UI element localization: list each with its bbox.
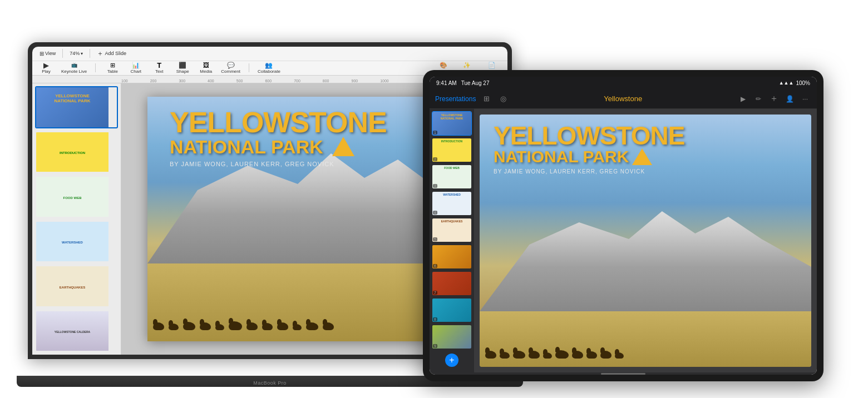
bison-9 [277, 322, 288, 330]
scene: ⊞ View 74% ▾ ＋ Add Slide [0, 0, 868, 398]
ipad-slide-preview-5: EARTHQUAKES [432, 218, 471, 242]
slides-panel: 1 YELLOWSTONENATIONAL PARK 2 INTRODUCTIO… [32, 83, 121, 355]
chart-icon: 📊 [131, 62, 140, 68]
chart-label: Chart [130, 69, 141, 74]
bison-1 [153, 322, 164, 330]
play-label: Play [42, 69, 51, 74]
slide-thumb-4[interactable]: 4 WATERSHED [35, 221, 118, 263]
ipad-slide-preview-1: YELLOWSTONENATIONAL PARK [432, 112, 471, 135]
ipad-slide-thumb-9[interactable]: 9 [432, 325, 472, 349]
ipad-bison-4 [529, 351, 540, 359]
ipad-yellowstone-text: YELLOWSTONE [494, 123, 797, 148]
ipad-slide-preview-7 [432, 272, 471, 295]
slide-thumb-1[interactable]: 1 YELLOWSTONENATIONAL PARK [35, 86, 118, 128]
plus-icon: ＋ [97, 49, 103, 58]
ipad-slide-preview-9 [432, 325, 471, 349]
ipad-add-slide-button[interactable]: + [445, 354, 458, 367]
ipad-national-park-row: NATIONAL PARK [494, 148, 797, 165]
ruler-tick-8: 800 [323, 79, 329, 83]
ipad-pen-icon[interactable]: ✏ [752, 93, 765, 105]
table-toolbar-item[interactable]: ⊞ Table [104, 62, 121, 74]
view-label: View [45, 51, 56, 56]
ipad-clock-icon[interactable]: ◎ [497, 93, 509, 105]
ipad-byline-text: BY JAMIE WONG, LAUREN KERR, GREG NOVICK [494, 168, 797, 175]
ipad-play-icon[interactable]: ▶ [737, 93, 749, 105]
thumb-caldera-label: YELLOWSTONE CALDERA [55, 329, 90, 334]
ipad-slide-thumb-2[interactable]: INTRODUCTION 2 [432, 138, 472, 162]
ipad-slide-thumb-6[interactable]: 6 [432, 245, 472, 269]
slide-preview-4: WATERSHED [36, 222, 108, 262]
comment-label: Comment [221, 69, 240, 74]
collaborate-toolbar-item[interactable]: 👥 Collaborate [258, 62, 280, 74]
thumb-watershed-label: WATERSHED [62, 240, 83, 244]
ipad-slide-thumb-5[interactable]: EARTHQUAKES 5 [432, 218, 472, 242]
shape-label: Shape [176, 69, 189, 74]
ipad-national-park-text: NATIONAL PARK [494, 148, 629, 165]
ipad-more-icon[interactable]: ··· [799, 93, 811, 105]
slide-thumb-2[interactable]: 2 INTRODUCTION [35, 131, 118, 173]
toolbar-top: ⊞ View 74% ▾ ＋ Add Slide [32, 47, 507, 61]
ipad-nav-icons: ⊞ ◎ [480, 93, 509, 105]
keynote-live-item[interactable]: 📺 Keynote Live [61, 62, 87, 74]
ruler-tick-5: 500 [236, 79, 243, 83]
comment-icon: 💬 [226, 62, 235, 68]
ipad-grid-icon[interactable]: ⊞ [480, 93, 492, 105]
ipad-thumb-label-3: FOOD WEB [432, 165, 471, 171]
slide-thumb-6[interactable]: 6 YELLOWSTONE CALDERA [35, 310, 118, 352]
view-button[interactable]: ⊞ View [37, 49, 58, 58]
battery-status: 100% [796, 80, 810, 86]
slide-thumb-3[interactable]: 3 FOOD WEB [35, 176, 118, 218]
ipad-back-button[interactable]: Presentations [435, 95, 476, 103]
view-icon: ⊞ [40, 51, 44, 57]
ipad-slide-thumb-4[interactable]: WATERSHED 4 [432, 191, 472, 216]
collaborate-label: Collaborate [258, 69, 280, 74]
ipad-slide-num-9: 9 [433, 344, 437, 348]
slide-thumb-5[interactable]: 5 EARTHQUAKES [35, 265, 118, 307]
chart-toolbar-item[interactable]: 📊 Chart [127, 62, 144, 74]
bison-10 [293, 324, 302, 330]
media-toolbar-item[interactable]: 🖼 Media [198, 62, 214, 74]
status-right: ▲▲▲ 100% [779, 80, 810, 86]
ipad-slide-thumb-3[interactable]: FOOD WEB 3 [432, 165, 472, 189]
slide-preview-3: FOOD WEB [36, 177, 108, 217]
table-label: Table [107, 69, 118, 74]
comment-toolbar-item[interactable]: 💬 Comment [221, 62, 240, 74]
play-toolbar-item[interactable]: ▶ Play [38, 62, 55, 74]
add-slide-button[interactable]: ＋ Add Slide [94, 48, 129, 59]
bison-12 [323, 322, 334, 330]
slide-national-park-title: NATIONAL PARK [170, 137, 323, 156]
toolbar-divider-2 [90, 49, 90, 58]
ipad-collab-icon[interactable]: 👤 [783, 93, 796, 105]
ipad-slide-thumb-7[interactable]: 7 [432, 271, 472, 296]
ipad-bison-1 [485, 351, 496, 359]
bison-5 [215, 324, 224, 330]
ipad-slide-preview-3: FOOD WEB [432, 165, 471, 188]
thumb-food-label: FOOD WEB [63, 195, 82, 200]
zoom-chevron-icon: ▾ [81, 51, 83, 56]
zoom-button[interactable]: 74% ▾ [67, 49, 86, 57]
ipad-slide-num-4: 4 [433, 211, 437, 215]
media-icon: 🖼 [201, 62, 210, 68]
shape-toolbar-item[interactable]: ⬛ Shape [174, 62, 191, 74]
status-time: 9:41 AM [436, 80, 457, 86]
toolbar-div-main-2 [249, 63, 249, 72]
text-toolbar-item[interactable]: T Text [151, 62, 167, 74]
ipad-thumb-label-2: INTRODUCTION [432, 138, 471, 144]
ipad-slide-num-6: 6 [433, 264, 437, 268]
ipad-bison-6 [555, 350, 569, 359]
ipad-bison-5 [543, 352, 552, 359]
ipad-slide-preview-4: WATERSHED [432, 192, 471, 215]
toolbar-div-main-1 [95, 63, 96, 72]
ruler-tick-4: 400 [208, 79, 214, 83]
ipad-slide-preview-8 [432, 298, 471, 322]
ipad-slide-thumb-1[interactable]: YELLOWSTONENATIONAL PARK 1 [432, 111, 472, 136]
table-icon: ⊞ [108, 62, 117, 68]
slide-title-text: YELLOWSTONE NATIONAL PARK BY JAMIE WONG,… [170, 108, 459, 167]
ipad-bison-10 [615, 352, 624, 359]
slide-preview-5: EARTHQUAKES [36, 266, 108, 307]
format-icon: 🎨 [439, 62, 448, 68]
ipad-add-icon[interactable]: ＋ [768, 93, 780, 105]
bison-2 [169, 324, 179, 330]
ipad-slide-thumb-8[interactable]: 8 [432, 298, 472, 322]
ipad-bison-9 [600, 351, 611, 359]
